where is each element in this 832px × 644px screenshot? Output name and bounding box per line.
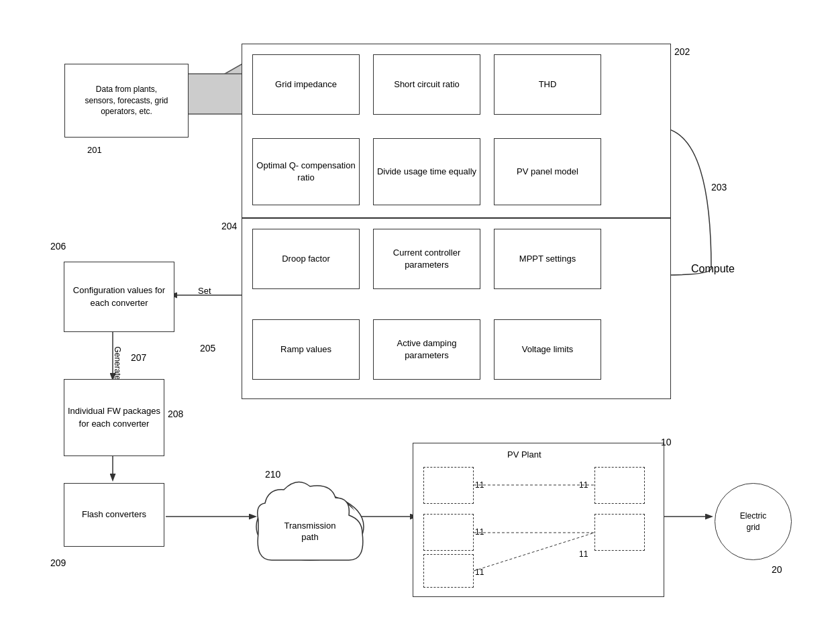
cloud-shape: Transmission path [252, 470, 369, 564]
divide-usage-label: Divide usage time equally [377, 166, 476, 178]
data-input-label: Data from plants,sensors, forecasts, gri… [85, 84, 168, 117]
pv-panel-model-label: PV panel model [517, 166, 578, 178]
converter-connections [413, 443, 665, 598]
label-11e: 11 [475, 568, 484, 577]
active-damping-box: Active damping parameters [373, 319, 480, 380]
label-202: 202 [674, 46, 690, 59]
individual-fw-label: Individual FW packages for each converte… [64, 405, 164, 429]
ramp-values-label: Ramp values [280, 343, 331, 356]
electric-grid-circle: Electricgrid [715, 483, 792, 560]
ramp-values-box: Ramp values [252, 319, 360, 380]
grid-impedance-box: Grid impedance [252, 54, 360, 115]
label-20: 20 [772, 564, 782, 577]
compute-label: Compute [691, 262, 735, 276]
svg-text:Transmission: Transmission [284, 521, 336, 531]
label-205: 205 [200, 342, 215, 356]
label-203: 203 [711, 181, 727, 195]
droop-factor-label: Droop factor [282, 253, 330, 265]
mppt-settings-box: MPPT settings [494, 229, 601, 289]
generate-label: Generate [112, 346, 123, 380]
pv-panel-model-box: PV panel model [494, 138, 601, 205]
current-controller-box: Current controller parameters [373, 229, 480, 289]
optimal-q-label: Optimal Q- compensation ratio [253, 160, 359, 184]
svg-text:path: path [301, 532, 318, 542]
label-11d: 11 [579, 549, 588, 559]
section-204: Droop factor Current controller paramete… [242, 218, 671, 399]
label-209: 209 [50, 557, 66, 570]
section-202: Grid impedance Short circuit ratio THD O… [242, 44, 671, 218]
short-circuit-ratio-label: Short circuit ratio [394, 78, 460, 91]
individual-fw-box: Individual FW packages for each converte… [64, 379, 164, 456]
set-label: Set [198, 285, 211, 297]
voltage-limits-label: Voltage limits [522, 343, 574, 356]
flash-converters-label: Flash converters [82, 508, 146, 521]
config-values-box: Configuration values for each converter [64, 262, 174, 332]
label-210: 210 [265, 468, 280, 482]
label-11b: 11 [579, 480, 588, 490]
thd-box: THD [494, 54, 601, 115]
thd-label: THD [539, 78, 557, 91]
electric-grid-label: Electricgrid [740, 511, 766, 533]
grid-impedance-label: Grid impedance [275, 78, 337, 91]
label-206: 206 [50, 240, 66, 254]
mppt-settings-label: MPPT settings [519, 253, 576, 265]
optimal-q-box: Optimal Q- compensation ratio [252, 138, 360, 205]
pv-plant-section: PV Plant 11 11 11 11 11 [413, 443, 664, 597]
divide-usage-box: Divide usage time equally [373, 138, 480, 205]
label-207: 207 [131, 352, 146, 365]
current-controller-label: Current controller parameters [374, 247, 480, 271]
flash-converters-box: Flash converters [64, 483, 164, 547]
active-damping-label: Active damping parameters [374, 337, 480, 362]
diagram: Data from plants,sensors, forecasts, gri… [0, 0, 832, 644]
label-201: 201 [87, 144, 102, 156]
label-204: 204 [221, 220, 237, 233]
label-208: 208 [168, 408, 183, 421]
config-values-label: Configuration values for each converter [64, 284, 174, 309]
short-circuit-ratio-box: Short circuit ratio [373, 54, 480, 115]
label-11c: 11 [475, 527, 484, 537]
data-input-box: Data from plants,sensors, forecasts, gri… [64, 64, 189, 138]
label-11-connector: 11 [475, 480, 484, 490]
droop-factor-box: Droop factor [252, 229, 360, 289]
label-10: 10 [661, 436, 672, 449]
voltage-limits-box: Voltage limits [494, 319, 601, 380]
svg-line-21 [474, 533, 594, 571]
